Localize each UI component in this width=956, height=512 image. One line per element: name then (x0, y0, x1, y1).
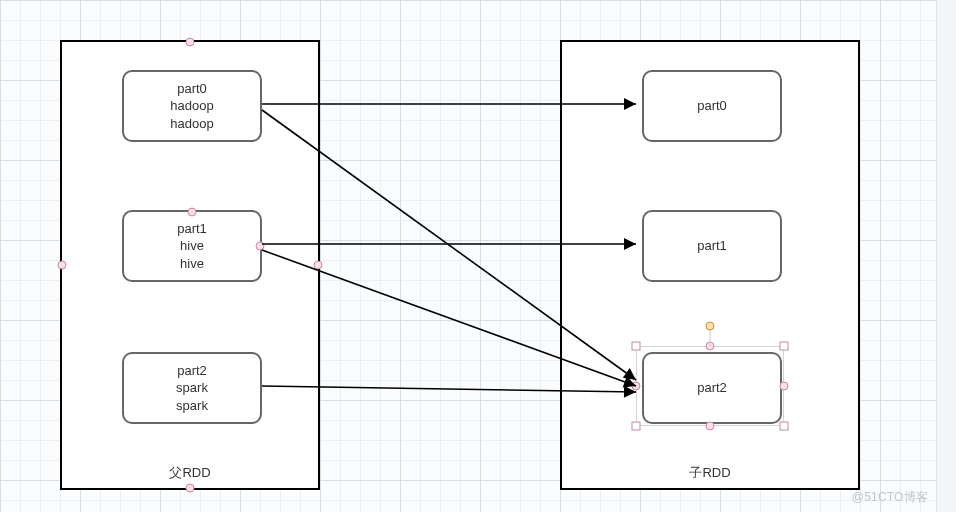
resize-handle[interactable] (256, 242, 265, 251)
parent-rdd-container[interactable]: part0 hadoop hadoop part1 hive hive part… (60, 40, 320, 490)
partition-line: part2 (177, 362, 207, 380)
selection-handle[interactable] (632, 342, 641, 351)
partition-line: part0 (177, 80, 207, 98)
watermark: @51CTO博客 (852, 489, 928, 506)
selection-handle[interactable] (706, 422, 715, 431)
rotate-handle[interactable] (706, 322, 715, 331)
partition-line: hive (180, 255, 204, 273)
resize-handle[interactable] (186, 484, 195, 493)
parent-partition-part2[interactable]: part2 spark spark (122, 352, 262, 424)
parent-partition-part0[interactable]: part0 hadoop hadoop (122, 70, 262, 142)
resize-handle[interactable] (186, 38, 195, 47)
selection-handle[interactable] (780, 422, 789, 431)
partition-line: spark (176, 379, 208, 397)
child-rdd-label: 子RDD (562, 464, 858, 482)
selection-handle[interactable] (780, 382, 789, 391)
child-partition-part1[interactable]: part1 (642, 210, 782, 282)
page-gutter (936, 0, 956, 512)
partition-label: part0 (697, 97, 727, 115)
selection-handle[interactable] (780, 342, 789, 351)
partition-label: part2 (697, 379, 727, 397)
resize-handle[interactable] (58, 261, 67, 270)
resize-handle[interactable] (314, 261, 323, 270)
resize-handle[interactable] (188, 208, 197, 217)
partition-label: part1 (697, 237, 727, 255)
child-partition-part2[interactable]: part2 (642, 352, 782, 424)
partition-line: hadoop (170, 115, 213, 133)
partition-line: hive (180, 237, 204, 255)
partition-line: part1 (177, 220, 207, 238)
selection-handle[interactable] (632, 422, 641, 431)
partition-line: spark (176, 397, 208, 415)
child-partition-part0[interactable]: part0 (642, 70, 782, 142)
selection-handle[interactable] (632, 382, 641, 391)
parent-rdd-label: 父RDD (62, 464, 318, 482)
partition-line: hadoop (170, 97, 213, 115)
parent-partition-part1[interactable]: part1 hive hive (122, 210, 262, 282)
